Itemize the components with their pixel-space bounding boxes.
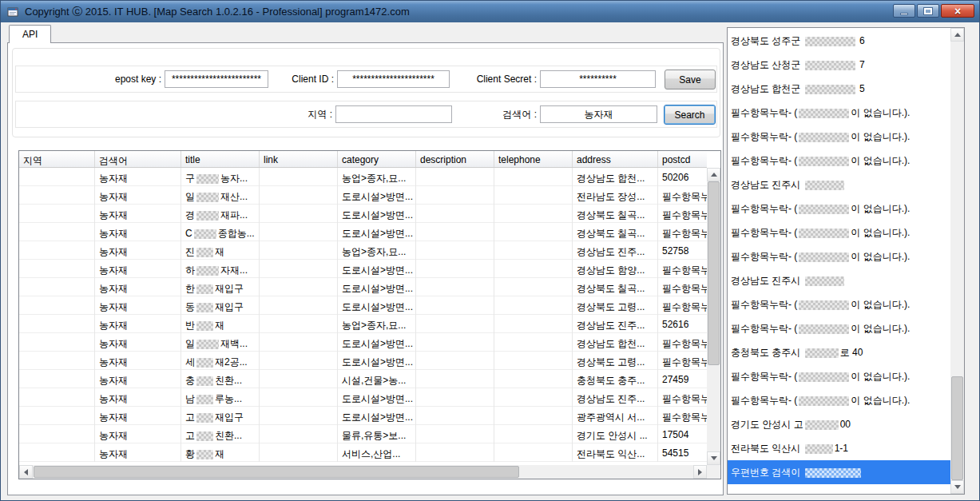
epost-key-input[interactable] [165, 70, 268, 88]
cell-keyword: 농자재 [95, 278, 181, 296]
table-row[interactable]: 농자재고재입구도로시설>방면...광주광역시 서...필수항목누락 [19, 407, 707, 425]
app-icon [7, 6, 20, 18]
column-header-telephone[interactable]: telephone [494, 151, 573, 168]
log-item[interactable]: 필수항목누락- (이 없습니다.). [728, 316, 950, 340]
cell-postcd: 필수항목누락 [658, 278, 707, 296]
grid-horizontal-scrollbar[interactable] [19, 465, 707, 479]
column-header-keyword[interactable]: 검색어 [95, 151, 181, 168]
cell-category: 도로시설>방면... [338, 407, 416, 425]
save-button[interactable]: Save [665, 70, 716, 89]
table-row[interactable]: 농자재일재산...도로시설>방면...전라남도 장성...필수항목누락 [19, 186, 707, 205]
log-item[interactable]: 필수항목누락- (이 없습니다.). [728, 125, 950, 149]
log-item[interactable]: 경상남도 산청군 7 [728, 53, 950, 77]
log-item[interactable]: 필수항목누락- (이 없습니다.). [728, 149, 950, 173]
table-row[interactable]: 농자재충친환...시설,건물>농...충청북도 충주...27459 [19, 370, 707, 388]
log-item[interactable]: 필수항목누락- (이 없습니다.). [728, 292, 950, 316]
cell-link [260, 205, 338, 223]
cell-title: 경재파... [181, 205, 260, 223]
log-vscroll-thumb[interactable] [951, 376, 963, 480]
redacted-text [196, 248, 213, 257]
maximize-button[interactable] [917, 4, 939, 18]
search-button[interactable]: Search [664, 105, 716, 125]
column-header-title[interactable]: title [181, 151, 260, 168]
cell-telephone [494, 425, 573, 443]
cell-address: 전라남도 장성... [573, 186, 658, 205]
log-item[interactable]: 경상남도 진주시 [728, 268, 950, 292]
log-item[interactable]: 전라북도 익산시 1-1 [728, 436, 950, 460]
column-header-postcd[interactable]: postcd [658, 151, 707, 168]
cell-description [416, 260, 494, 278]
tab-api[interactable]: API [9, 25, 51, 43]
table-row[interactable]: 농자재세재2공...도로시설>방면...경상북도 고령...필수항목누락 [19, 352, 707, 370]
table-row[interactable]: 농자재일재백...도로시설>방면...경상남도 합천...필수항목누락 [19, 333, 707, 352]
cell-description [416, 352, 494, 370]
table-row[interactable]: 농자재하자재...도로시설>방면...경상남도 함양...필수항목누락 [19, 260, 707, 278]
cell-link [260, 315, 338, 333]
scrollbar-corner [707, 465, 720, 479]
column-header-region[interactable]: 지역 [19, 151, 95, 168]
table-row[interactable]: 농자재동재입구도로시설>방면...경상북도 고령...필수항목누락 [19, 296, 707, 315]
log-item[interactable]: 경상남도 합천군 5 [728, 77, 950, 101]
grid-scroll-right-button[interactable] [693, 465, 707, 479]
redacted-text [196, 266, 219, 276]
grid-hscroll-thumb[interactable] [34, 466, 519, 478]
grid-vscroll-thumb[interactable] [708, 181, 720, 365]
log-item[interactable]: 필수항목누락- (이 없습니다.). [728, 364, 950, 388]
table-row[interactable]: 농자재황재서비스,산업...전라북도 익산...54515 [19, 443, 707, 462]
grid-scroll-up-button[interactable] [707, 168, 720, 181]
log-item[interactable]: 충청북도 충주시 로 40 [728, 340, 950, 364]
keyword-input[interactable] [540, 105, 657, 123]
log-item[interactable]: 필수항목누락- (이 없습니다.). [728, 388, 950, 412]
cell-address: 경상북도 고령... [573, 296, 658, 315]
log-item[interactable]: 경상북도 성주군 6 [728, 29, 950, 53]
cell-keyword: 농자재 [95, 168, 181, 186]
log-item[interactable]: 경기도 안성시 고00 [728, 412, 950, 436]
close-button[interactable]: × [941, 4, 974, 18]
cell-region [19, 168, 95, 186]
column-header-category[interactable]: category [338, 151, 416, 168]
table-row[interactable]: 농자재한재입구도로시설>방면...경상북도 칠곡...필수항목누락 [19, 278, 707, 296]
client-secret-input[interactable] [540, 70, 656, 88]
log-vertical-scrollbar[interactable] [950, 28, 964, 494]
grid-vertical-scrollbar[interactable] [707, 168, 720, 465]
region-input[interactable] [335, 105, 452, 123]
grid-scroll-left-button[interactable] [19, 465, 33, 479]
redacted-text [805, 444, 833, 454]
redacted-text [805, 348, 839, 358]
grid-scroll-down-button[interactable] [707, 451, 720, 465]
cell-telephone [494, 388, 573, 407]
cell-address: 경상남도 함양... [573, 260, 658, 278]
column-header-link[interactable]: link [260, 151, 338, 168]
log-scroll-up-button[interactable] [950, 28, 964, 42]
cell-address: 충청북도 충주... [573, 370, 658, 388]
log-item[interactable]: 필수항목누락- (이 없습니다.). [728, 197, 950, 221]
cell-title: 남루농... [181, 388, 260, 407]
minimize-button[interactable] [893, 4, 915, 18]
client-id-input[interactable] [337, 70, 450, 88]
cell-address: 광주광역시 서... [573, 407, 658, 425]
table-row[interactable]: 농자재고친환...물류,유통>보...경기도 안성시 ...17504 [19, 425, 707, 443]
table-row[interactable]: 농자재남루농...도로시설>방면...경상남도 진주...필수항목누락 [19, 388, 707, 407]
log-item[interactable]: 우편번호 검색이 [728, 460, 950, 484]
cell-telephone [494, 223, 573, 241]
titlebar[interactable]: Copyright ⓒ 2015. IT HUB. [Map Search 1.… [1, 1, 979, 22]
table-row[interactable]: 농자재경재파...도로시설>방면...경상북도 칠곡...필수항목누락 [19, 205, 707, 223]
cell-address: 경상북도 고령... [573, 352, 658, 370]
grid-body: 농자재구농자...농업>종자,묘...경상남도 합천...50206농자재일재산… [19, 168, 707, 465]
log-item[interactable]: 필수항목누락- (이 없습니다.). [728, 245, 950, 268]
table-row[interactable]: 농자재C종합농...도로시설>방면...경상북도 칠곡...필수항목누락 [19, 223, 707, 241]
table-row[interactable]: 농자재구농자...농업>종자,묘...경상남도 합천...50206 [19, 168, 707, 186]
column-header-address[interactable]: address [573, 151, 658, 168]
column-header-description[interactable]: description [416, 151, 494, 168]
log-item[interactable]: 필수항목누락- (이 없습니다.). [728, 221, 950, 245]
cell-telephone [494, 260, 573, 278]
log-item[interactable]: 필수항목누락- (이 없습니다.). [728, 101, 950, 125]
cell-region [19, 425, 95, 443]
log-item[interactable]: 경상남도 진주시 [728, 173, 950, 197]
log-scroll-down-button[interactable] [950, 480, 964, 494]
cell-description [416, 241, 494, 260]
cell-link [260, 296, 338, 315]
cell-category: 도로시설>방면... [338, 388, 416, 407]
table-row[interactable]: 농자재반재농업>종자,묘...경상남도 진주...52616 [19, 315, 707, 333]
table-row[interactable]: 농자재진재농업>종자,묘...경상남도 진주...52758 [19, 241, 707, 260]
